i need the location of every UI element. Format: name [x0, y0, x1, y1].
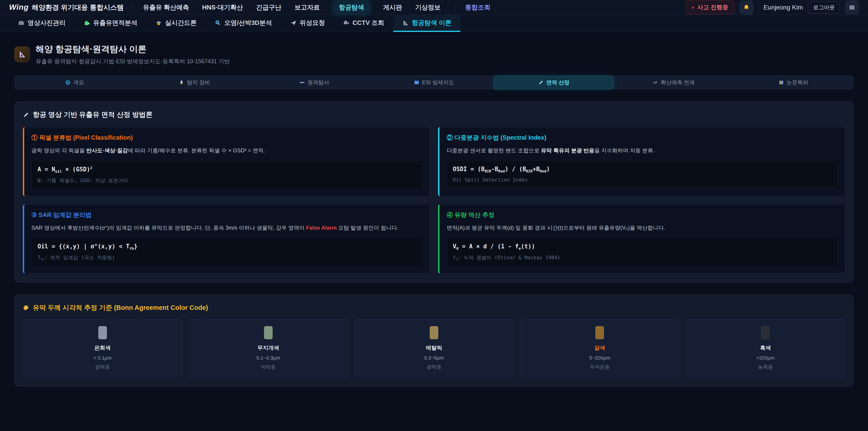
page-header: 해양 항공탐색·원격탐사 이론 유출유 원격탐지·항공감시 기법·ESI 방제정… — [14, 43, 854, 65]
formula-note: Oil Spill Detection Index — [453, 177, 832, 183]
thickness-name: 무지개색 — [191, 344, 345, 351]
notifications-button[interactable] — [739, 0, 753, 14]
map-icon — [414, 80, 419, 85]
method-card-description: 면적(A)과 평균 유막 두께(d) 및 풍화 경과 시간(t)으로부터 원래 … — [447, 223, 838, 232]
topbar-right: ● 사고 진행중 Eunjeong Kim 로그아웃 — [686, 0, 859, 14]
thickness-name: 흑색 — [689, 344, 842, 351]
formula-box: V0 = A × d / (1 - fe(t)) fe: 누적 증발비 (Sti… — [447, 238, 838, 267]
tab-esi-response-map[interactable]: ESI 방제지도 — [374, 76, 494, 89]
subnav-oil-area-analysis[interactable]: 유출유면적분석 — [74, 15, 147, 32]
brand-mark: Wing — [9, 3, 29, 11]
logout-button[interactable]: 로그아웃 — [808, 1, 840, 13]
status-dot-icon: ● — [692, 5, 694, 9]
divider — [133, 4, 133, 11]
tab-label: 원격탐사 — [307, 79, 329, 86]
thickness-desc: 두꺼운층 — [523, 364, 677, 370]
nav-oil-spill-forecast[interactable]: 유출유 확산예측 — [143, 3, 189, 12]
subnav-pollution-ship-3d[interactable]: 오염/선박3D분석 — [206, 15, 281, 32]
subnav-image-photo-management[interactable]: 영상사진관리 — [9, 15, 74, 32]
user-name: Eunjeong Kim — [764, 4, 803, 11]
thickness-range: 5~200μm — [523, 355, 677, 361]
subnav-aerial-search-theory[interactable]: 항공탐색 이론 — [393, 15, 461, 32]
formula-box: OSDI = (BNIR-BRed) / (BNIR+BRed) Oil Spi… — [447, 160, 838, 188]
bonn-color-code-section: 유막 두께 시각적 추정 기준 (Bonn Agreement Color Co… — [14, 295, 854, 387]
formula: A = Noil × (GSD)2 — [37, 166, 416, 174]
formula-note: Tth: 최적 임계값 (국소 적응형) — [37, 254, 416, 261]
formula-note: N: 기름 픽셀수, GSD: 지상 표본거리 — [37, 177, 416, 184]
tab-remote-sensing[interactable]: 원격탐사 — [254, 76, 374, 89]
nav-board[interactable]: 게시판 — [383, 3, 402, 12]
palette-icon — [23, 305, 29, 311]
nav-weather-info[interactable]: 기상정보 — [415, 3, 440, 12]
set-square-icon — [14, 47, 30, 62]
main-nav: 유출유 확산예측 HNS·대기확산 긴급구난 보고자료 항공탐색 게시판 기상정… — [143, 0, 490, 14]
tab-detection-equipment[interactable]: 탐지 장비 — [134, 76, 254, 89]
methods-section-title: 항공 영상 기반 유출유 면적 산정 방법론 — [23, 110, 845, 119]
plane-icon — [290, 20, 297, 26]
books-icon — [778, 80, 784, 85]
nav-reports[interactable]: 보고자료 — [294, 3, 320, 12]
subnav-realtime-drone[interactable]: 실시간드론 — [147, 15, 206, 32]
thickness-range: >200μm — [689, 355, 842, 361]
color-swatch — [98, 326, 107, 339]
tab-papers-patents[interactable]: 논문특허 — [734, 76, 853, 89]
subnav-satellite-request[interactable]: 위성요청 — [281, 15, 334, 32]
bell-icon — [743, 4, 750, 11]
nav-emergency-rescue[interactable]: 긴급구난 — [256, 3, 281, 12]
method-card-pixel-classification: ① 픽셀 분류법 (Pixel Classification) 광학 영상의 각… — [23, 127, 430, 196]
tab-label: 논문특허 — [786, 79, 808, 86]
rocket-icon — [179, 80, 184, 85]
link-icon — [653, 80, 658, 85]
globe-icon — [65, 80, 70, 85]
tab-area-estimation[interactable]: 면적 산정 — [494, 76, 614, 89]
bonn-color-card-silver-gray: 은회색 < 0.1μm 광택층 — [23, 319, 182, 377]
hamburger-menu-icon — [848, 4, 855, 11]
subnav-label: 오염/선박3D분석 — [224, 19, 272, 27]
formula-box: Oil = {(x,y) | σ°(x,y) < Tth} Tth: 최적 임계… — [31, 238, 423, 267]
subnav-label: 항공탐색 이론 — [412, 19, 452, 27]
tab-diffusion-forecast-link[interactable]: 확산예측 연계 — [614, 76, 734, 89]
subnav: 영상사진관리 유출유면적분석 실시간드론 오염/선박3D분석 위성요청 CCTV… — [0, 15, 868, 32]
thickness-range: < 0.1μm — [26, 355, 179, 361]
methods-section: 항공 영상 기반 유출유 면적 산정 방법론 ① 픽셀 분류법 (Pixel C… — [14, 101, 854, 283]
method-card-title: ① 픽셀 분류법 (Pixel Classification) — [31, 133, 423, 142]
thickness-desc: 농축층 — [689, 364, 842, 370]
color-swatch — [430, 326, 438, 339]
camera-icon — [18, 20, 24, 26]
method-card-description: SAR 영상에서 후방산란계수(σ°)의 임계값 이하를 유막으로 판정합니다.… — [31, 223, 423, 232]
pencil-icon — [538, 80, 544, 85]
formula: OSDI = (BNIR-BRed) / (BNIR+BRed) — [453, 166, 832, 173]
bonn-color-card-black: 흑색 >200μm 농축층 — [686, 319, 845, 377]
page-title: 해양 항공탐색·원격탐사 이론 — [36, 43, 230, 55]
formula-note: fe: 누적 증발비 (Stiver & Mackay 1984) — [453, 254, 832, 261]
brand-logo[interactable]: Wing 해양환경 위기대응 통합시스템 — [9, 3, 124, 12]
method-card-spectral-index: ② 다중분광 지수법 (Spectral Index) 다중분광 센서로 촬영한… — [438, 127, 845, 196]
tab-label: ESI 방제지도 — [422, 79, 454, 86]
app-title: 해양환경 위기대응 통합시스템 — [32, 3, 124, 12]
page-header-text: 해양 항공탐색·원격탐사 이론 유출유 원격탐지·항공감시 기법·ESI 방제정… — [36, 43, 230, 65]
tab-label: 개요 — [73, 79, 84, 86]
nav-aerial-search[interactable]: 항공탐색 — [333, 0, 370, 14]
color-swatch — [264, 326, 273, 339]
tab-label: 확산예측 연계 — [661, 79, 695, 86]
theory-tabs: 개요 탐지 장비 원격탐사 ESI 방제지도 면적 산정 — [14, 75, 854, 90]
nav-hns-air-diffusion[interactable]: HNS·대기확산 — [202, 3, 243, 12]
bonn-color-card-metallic: 메탈릭 0.3~5μm 광택층 — [354, 319, 514, 377]
puzzle-icon — [84, 20, 90, 26]
menu-button[interactable] — [845, 0, 859, 14]
thickness-name: 갈색 — [523, 344, 677, 351]
thickness-desc: 광택층 — [26, 364, 179, 370]
nav-integrated-search[interactable]: 통합조회 — [455, 3, 491, 12]
subnav-label: 유출유면적분석 — [93, 19, 137, 27]
color-swatch — [595, 326, 604, 339]
topbar: Wing 해양환경 위기대응 통합시스템 유출유 확산예측 HNS·대기확산 긴… — [0, 0, 868, 15]
subnav-label: 위성요청 — [300, 19, 325, 27]
subnav-label: 영상사진관리 — [28, 19, 66, 27]
thickness-name: 은회색 — [26, 344, 179, 351]
color-swatch — [761, 326, 770, 339]
subnav-label: CCTV 조회 — [352, 19, 384, 27]
subnav-cctv-view[interactable]: CCTV 조회 — [334, 15, 393, 32]
tab-overview[interactable]: 개요 — [15, 76, 134, 89]
magnifier-icon — [215, 20, 221, 26]
method-card-description: 광학 영상의 각 픽셀을 반사도·색상·질감에 따라 기름/해수로 분류. 분류… — [31, 146, 423, 155]
